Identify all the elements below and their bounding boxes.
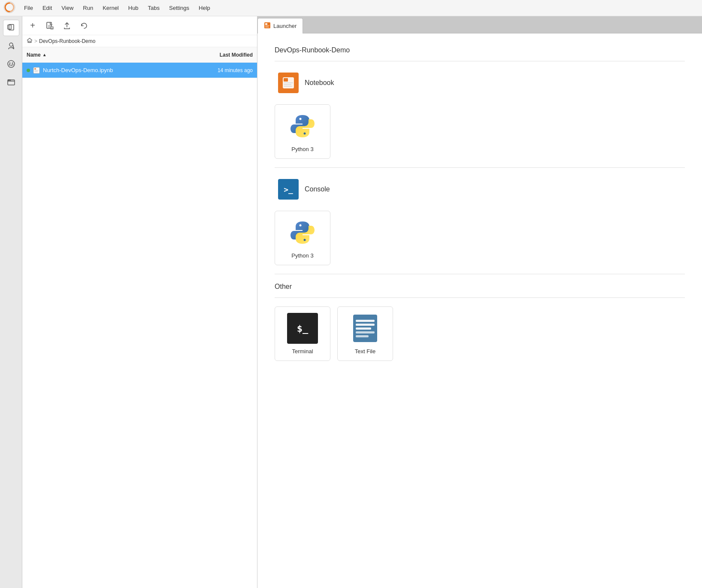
svg-rect-33 [284,86,292,87]
svg-rect-39 [356,320,375,322]
section-divider [275,61,685,61]
terminal-launcher-label: Terminal [292,348,313,355]
file-row[interactable]: Nurtch-DevOps-Demo.ipynb 14 minutes ago [22,63,257,78]
svg-rect-20 [34,68,36,70]
notebook-launcher-item[interactable]: Notebook [275,70,685,96]
menu-view[interactable]: View [57,3,78,13]
icon-sidebar [0,16,22,588]
svg-point-35 [304,133,306,135]
svg-rect-31 [284,82,293,83]
svg-rect-18 [29,41,30,42]
textfile-icon-box [350,313,381,344]
svg-point-8 [10,65,12,66]
python3-kernel-card[interactable]: Python 3 [275,104,330,159]
menu-hub[interactable]: Hub [124,3,143,13]
python3-kernel-label: Python 3 [291,146,313,152]
svg-rect-25 [265,23,267,25]
textfile-launcher-label: Text File [355,348,375,355]
file-name: Nurtch-DevOps-Demo.ipynb [43,67,184,73]
python3-kernel-icon [287,111,318,142]
console-cards-row: Python 3 [275,211,685,265]
sidebar-files-button[interactable] [3,20,19,36]
python3-console-card[interactable]: Python 3 [275,211,330,265]
sidebar-running-button[interactable] [3,38,19,54]
terminal-launcher-card[interactable]: $_ Terminal [275,306,330,361]
svg-point-6 [9,63,10,64]
right-panel: Launcher DevOps-Runbook-Demo [257,16,702,588]
svg-rect-1 [8,25,11,29]
breadcrumb-current: DevOps-Runbook-Demo [39,38,95,44]
menu-edit[interactable]: Edit [38,3,56,13]
textfile-launcher-card[interactable]: Text File [337,306,393,361]
svg-point-3 [9,43,13,46]
textfile-launcher-icon [350,313,381,344]
svg-rect-30 [284,78,288,82]
other-section-divider [275,297,685,298]
new-folder-button[interactable]: + [27,20,39,32]
file-browser-panel: + [22,16,257,588]
col-header-name[interactable]: Name ▲ [27,52,184,58]
terminal-launcher-icon: $_ [287,313,318,344]
notebook-launcher-label: Notebook [305,79,334,87]
file-list: Nurtch-DevOps-Demo.ipynb 14 minutes ago [22,63,257,588]
app-logo [3,1,15,15]
svg-rect-43 [356,335,369,337]
svg-point-5 [8,61,15,67]
console-divider [275,167,685,168]
tabs-bar: Launcher [257,16,702,33]
svg-rect-42 [356,331,375,333]
svg-point-10 [12,64,13,66]
svg-point-9 [9,64,10,66]
launcher-tab-label: Launcher [273,23,297,29]
sidebar-directory-button[interactable] [3,74,19,90]
other-divider [275,274,685,274]
svg-rect-40 [356,324,375,326]
launcher-tab[interactable]: Launcher [257,18,303,33]
menu-file[interactable]: File [20,3,37,13]
notebook-file-icon [33,67,40,74]
breadcrumb-home[interactable] [27,37,33,45]
terminal-icon-box: $_ [287,313,318,344]
file-toolbar: + [22,16,257,35]
notebook-launcher-icon [278,73,299,93]
menu-settings[interactable]: Settings [165,3,194,13]
svg-rect-26 [265,25,269,26]
svg-point-34 [300,118,302,120]
file-running-indicator [27,69,30,72]
python3-console-label: Python 3 [291,252,313,259]
notebook-section-title: DevOps-Runbook-Demo [275,46,685,54]
svg-rect-27 [265,26,269,27]
svg-rect-21 [34,70,39,70]
svg-rect-22 [34,71,38,71]
file-list-header: Name ▲ Last Modified [22,47,257,63]
svg-point-7 [12,63,13,64]
svg-point-37 [304,239,306,241]
console-launcher-icon: >_ [278,179,299,200]
console-launcher-label: Console [305,185,330,193]
upload-button[interactable] [61,20,73,32]
sidebar-palette-button[interactable] [3,56,19,72]
other-cards-row: $_ Terminal [275,306,685,361]
menu-help[interactable]: Help [194,3,215,13]
launcher-content: DevOps-Runbook-Demo Notebook [257,33,702,588]
menu-tabs[interactable]: Tabs [144,3,164,13]
svg-rect-23 [34,72,38,72]
breadcrumb-separator: > [34,38,37,44]
python3-console-icon [287,217,318,248]
menu-kernel[interactable]: Kernel [98,3,123,13]
new-file-button[interactable] [44,20,56,32]
sort-arrow: ▲ [42,52,47,57]
svg-rect-32 [284,84,291,85]
other-section-title: Other [275,283,685,291]
launcher-tab-icon [264,22,271,30]
notebook-cards-row: Python 3 [275,104,685,159]
svg-rect-28 [265,27,269,27]
refresh-button[interactable] [78,20,90,32]
breadcrumb: > DevOps-Runbook-Demo [22,35,257,47]
console-launcher-item[interactable]: >_ Console [275,176,685,202]
col-header-modified[interactable]: Last Modified [184,52,253,58]
menu-run[interactable]: Run [79,3,97,13]
file-modified: 14 minutes ago [184,67,253,73]
menubar: File Edit View Run Kernel Hub Tabs Setti… [0,0,702,16]
svg-point-36 [300,224,302,227]
